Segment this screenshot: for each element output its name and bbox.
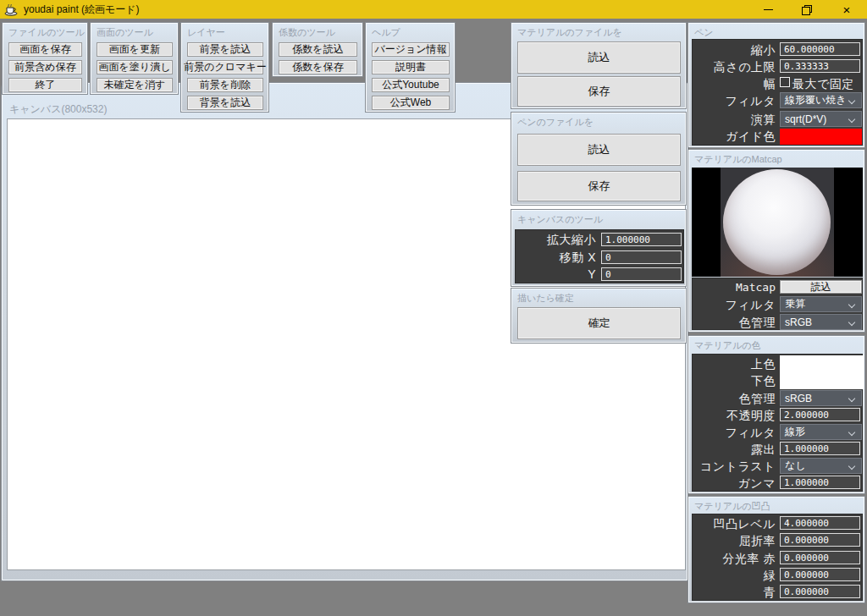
layer-title: レイヤー <box>187 26 225 39</box>
matcap-color-mgmt-value: sRGB <box>785 316 812 328</box>
zoom-input[interactable]: 1.000000 <box>601 233 682 246</box>
contrast-value: なし <box>785 459 806 473</box>
contrast-select[interactable]: なし <box>780 458 862 474</box>
spectral-blue-input[interactable]: 0.000000 <box>780 585 860 598</box>
material-filter-value: 線形 <box>785 425 805 439</box>
matcap-color-mgmt-select[interactable]: sRGB <box>780 314 862 330</box>
gamma-input[interactable]: 1.000000 <box>780 476 860 489</box>
pen-file-title: ペンのファイルを <box>517 116 594 129</box>
foreground-chromakey-button[interactable]: 前景のクロマキー <box>187 60 263 74</box>
pen-width-checkbox-label: 最大で固定 <box>792 77 854 92</box>
pen-panel-body: 縮小 60.000000 高さの上限 0.333333 幅 最大で固定 フィルタ… <box>692 39 863 146</box>
color-mgmt-label: 色管理 <box>693 392 776 407</box>
save-coefficients-button[interactable]: 係数を保存 <box>279 60 357 74</box>
fill-screen-button[interactable]: 画面を塗り潰し <box>97 60 173 74</box>
pen-width-max-checkbox[interactable] <box>780 77 790 87</box>
material-color-title: マテリアルの色 <box>694 339 761 352</box>
chevron-down-icon <box>848 428 855 435</box>
exposure-label: 露出 <box>693 443 776 458</box>
load-foreground-button[interactable]: 前景を読込 <box>187 42 263 57</box>
official-web-button[interactable]: 公式Web <box>372 96 450 110</box>
save-screen-button[interactable]: 画面を保存 <box>8 42 82 57</box>
matcap-filter-value: 乗算 <box>785 297 805 311</box>
color-mgmt-select[interactable]: sRGB <box>780 390 862 406</box>
move-x-label: 移動 X <box>516 250 596 266</box>
pen-height-limit-input[interactable]: 0.333333 <box>780 59 860 73</box>
refraction-input[interactable]: 0.000000 <box>780 533 860 547</box>
title-bar[interactable]: youdai paint (絵画モード) × <box>0 0 867 19</box>
matcap-load-button[interactable]: 読込 <box>780 280 862 294</box>
version-info-button[interactable]: バージョン情報 <box>372 42 450 57</box>
spectral-green-input[interactable]: 0.000000 <box>780 568 860 581</box>
pen-operation-select[interactable]: sqrt(D*V) <box>780 111 862 127</box>
help-panel: ヘルプ バージョン情報 説明書 公式Youtube 公式Web <box>366 23 455 112</box>
refraction-label: 屈折率 <box>693 534 776 549</box>
bottom-color-label: 下色 <box>693 374 776 389</box>
pen-filter-value: 線形覆い焼き <box>785 93 847 107</box>
pen-filter-select[interactable]: 線形覆い焼き <box>780 92 862 108</box>
canvas-tools-body: 拡大縮小 1.000000 移動 X 0 Y 0 <box>515 229 684 283</box>
pen-width-label: 幅 <box>693 77 776 92</box>
restore-icon <box>804 5 812 13</box>
spectral-red-input[interactable]: 0.000000 <box>780 551 860 564</box>
file-tools-title: ファイルのツール <box>8 26 85 39</box>
spectral-green-label: 緑 <box>693 569 776 584</box>
bump-level-label: 凹凸レベル <box>693 517 776 532</box>
pen-shrink-label: 縮小 <box>693 43 776 58</box>
pen-save-button[interactable]: 保存 <box>517 171 681 201</box>
pen-load-button[interactable]: 読込 <box>517 134 681 166</box>
move-x-input[interactable]: 0 <box>601 250 682 264</box>
top-color-swatch[interactable] <box>780 355 864 372</box>
update-screen-button[interactable]: 画面を更新 <box>97 42 173 57</box>
pen-panel: ペン 縮小 60.000000 高さの上限 0.333333 幅 最大で固定 フ… <box>688 23 864 147</box>
close-button[interactable]: × <box>827 0 866 19</box>
official-youtube-button[interactable]: 公式Youtube <box>372 78 450 92</box>
minimize-button[interactable] <box>748 0 787 19</box>
material-color-panel: マテリアルの色 上色 下色 色管理 sRGB 不透明度 2.000000 フィル… <box>688 336 864 493</box>
move-y-label: Y <box>516 267 596 281</box>
move-y-input[interactable]: 0 <box>601 267 682 281</box>
canvas-panel-title: キャンバス(800x532) <box>9 102 107 117</box>
restore-button[interactable] <box>787 0 826 19</box>
spectral-blue-label: 青 <box>693 586 776 601</box>
confirm-panel: 描いたら確定 確定 <box>511 289 686 343</box>
exposure-input[interactable]: 1.000000 <box>780 442 860 455</box>
load-background-button[interactable]: 背景を読込 <box>187 96 263 110</box>
delete-foreground-button[interactable]: 前景を削除 <box>187 78 263 92</box>
matcap-panel: マテリアルのMatcap Matcap 読込 フィルタ 乗算 色管理 sRGB <box>688 150 864 332</box>
pen-guide-color-label: ガイド色 <box>693 129 776 145</box>
opacity-label: 不透明度 <box>693 409 776 424</box>
bump-level-input[interactable]: 4.000000 <box>780 516 860 530</box>
pen-guide-color-swatch[interactable] <box>780 129 862 145</box>
material-bump-title: マテリアルの凹凸 <box>694 500 770 513</box>
pen-operation-value: sqrt(D*V) <box>785 113 826 125</box>
pen-height-limit-label: 高さの上限 <box>693 60 776 75</box>
material-load-button[interactable]: 読込 <box>517 41 681 74</box>
pen-operation-label: 演算 <box>693 113 776 128</box>
contrast-label: コントラスト <box>693 459 776 475</box>
confirm-button[interactable]: 確定 <box>517 307 681 339</box>
bottom-color-swatch[interactable] <box>780 372 864 389</box>
material-filter-select[interactable]: 線形 <box>780 424 862 440</box>
matcap-body: Matcap 読込 フィルタ 乗算 色管理 sRGB <box>692 278 863 330</box>
pen-file-panel: ペンのファイルを 読込 保存 <box>511 113 686 205</box>
pen-shrink-input[interactable]: 60.000000 <box>780 42 860 56</box>
matcap-filter-select[interactable]: 乗算 <box>780 296 862 312</box>
help-title: ヘルプ <box>372 26 400 39</box>
opacity-input[interactable]: 2.000000 <box>780 408 860 421</box>
load-coefficients-button[interactable]: 係数を読込 <box>279 42 357 57</box>
coefficient-tools-panel: 係数のツール 係数を読込 係数を保存 <box>273 23 362 76</box>
chevron-down-icon <box>848 96 855 103</box>
matcap-preview[interactable] <box>692 168 863 277</box>
coefficient-tools-title: 係数のツール <box>279 26 335 39</box>
exit-button[interactable]: 終了 <box>8 78 82 92</box>
material-file-title: マテリアルのファイルを <box>517 26 622 39</box>
erase-unconfirmed-button[interactable]: 未確定を消す <box>97 78 173 92</box>
manual-button[interactable]: 説明書 <box>372 60 450 74</box>
save-with-foreground-button[interactable]: 前景含め保存 <box>8 60 82 74</box>
material-save-button[interactable]: 保存 <box>517 76 681 107</box>
spectral-red-label: 分光率 赤 <box>693 552 776 567</box>
matcap-filter-label: フィルタ <box>693 298 776 313</box>
pen-filter-label: フィルタ <box>693 94 776 109</box>
matcap-sphere <box>723 169 831 275</box>
